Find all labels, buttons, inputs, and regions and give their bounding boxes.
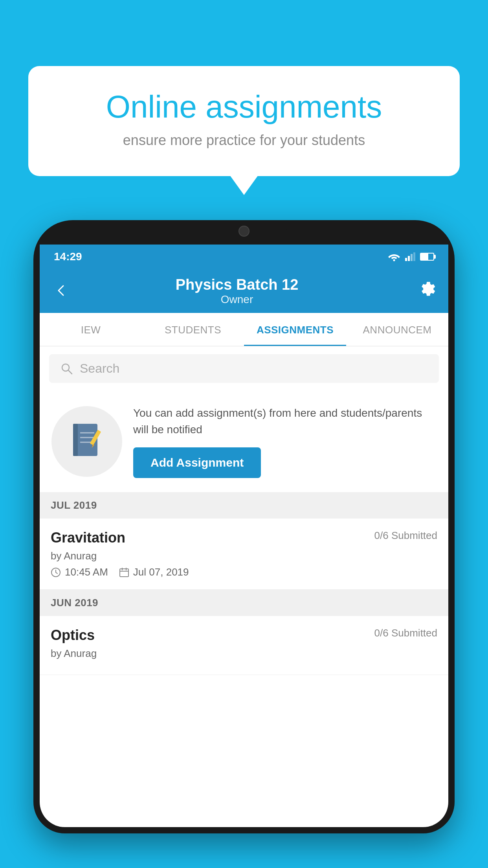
optics-assignment-submitted: 0/6 Submitted: [374, 627, 437, 639]
assignment-meta: 10:45 AM Jul 07, 2019: [51, 566, 437, 578]
svg-line-6: [68, 370, 72, 374]
tab-assignments[interactable]: ASSIGNMENTS: [244, 313, 346, 346]
speech-bubble-subtitle: ensure more practice for your students: [56, 132, 432, 149]
phone-frame: 14:29: [33, 220, 455, 833]
speech-bubble-card: Online assignments ensure more practice …: [28, 66, 460, 176]
wifi-icon: [388, 252, 400, 261]
svg-rect-8: [73, 424, 78, 456]
status-icons: [388, 252, 434, 261]
section-header-jun: JUN 2019: [40, 590, 448, 616]
search-icon: [60, 362, 73, 375]
status-time: 14:29: [54, 250, 82, 263]
phone-notch: [201, 220, 287, 241]
phone-container: 14:29: [33, 220, 455, 868]
calendar-icon: [119, 567, 129, 577]
back-button[interactable]: [51, 277, 72, 305]
assignment-item-optics[interactable]: Optics 0/6 Submitted by Anurag: [40, 616, 448, 675]
tab-iew[interactable]: IEW: [40, 313, 142, 346]
battery-icon: [420, 253, 434, 261]
assignment-item-gravitation[interactable]: Gravitation 0/6 Submitted by Anurag 10:4…: [40, 519, 448, 590]
section-header-jul: JUL 2019: [40, 492, 448, 519]
promo-section: You can add assignment(s) from here and …: [40, 391, 448, 492]
add-assignment-button[interactable]: Add Assignment: [133, 447, 261, 478]
svg-rect-1: [405, 258, 407, 261]
promo-text-area: You can add assignment(s) from here and …: [133, 405, 437, 478]
assignment-date: Jul 07, 2019: [119, 566, 189, 578]
assignment-time: 10:45 AM: [51, 566, 108, 578]
app-bar: Physics Batch 12 Owner: [40, 269, 448, 313]
signal-icon: [405, 252, 415, 261]
assignment-title: Gravitation: [51, 530, 125, 546]
assignment-header: Gravitation 0/6 Submitted: [51, 530, 437, 546]
assignment-submitted: 0/6 Submitted: [374, 530, 437, 542]
settings-button[interactable]: [419, 280, 437, 302]
search-input-placeholder[interactable]: Search: [80, 361, 119, 376]
svg-rect-2: [408, 256, 410, 261]
speech-bubble-title: Online assignments: [56, 90, 432, 124]
app-bar-title-area: Physics Batch 12 Owner: [72, 276, 402, 306]
status-bar: 14:29: [40, 245, 448, 269]
svg-rect-4: [413, 252, 415, 261]
svg-rect-17: [120, 569, 128, 577]
promo-icon-circle: [51, 406, 122, 477]
app-bar-subtitle: Owner: [72, 293, 402, 306]
svg-point-0: [393, 259, 395, 261]
tab-bar: IEW STUDENTS ASSIGNMENTS ANNOUNCEM: [40, 313, 448, 346]
search-bar-container: Search: [40, 346, 448, 391]
search-bar[interactable]: Search: [49, 354, 439, 383]
assignment-by: by Anurag: [51, 550, 437, 562]
svg-rect-3: [411, 254, 413, 261]
phone-screen: 14:29: [40, 245, 448, 827]
clock-icon: [51, 567, 61, 577]
front-camera: [238, 226, 250, 237]
optics-assignment-header: Optics 0/6 Submitted: [51, 627, 437, 644]
promo-description: You can add assignment(s) from here and …: [133, 405, 437, 438]
app-bar-title: Physics Batch 12: [72, 276, 402, 293]
tab-announcements[interactable]: ANNOUNCEM: [346, 313, 448, 346]
optics-assignment-by: by Anurag: [51, 647, 437, 660]
notebook-icon: [69, 422, 105, 461]
tab-students[interactable]: STUDENTS: [142, 313, 244, 346]
optics-assignment-title: Optics: [51, 627, 95, 644]
svg-line-16: [56, 572, 57, 574]
